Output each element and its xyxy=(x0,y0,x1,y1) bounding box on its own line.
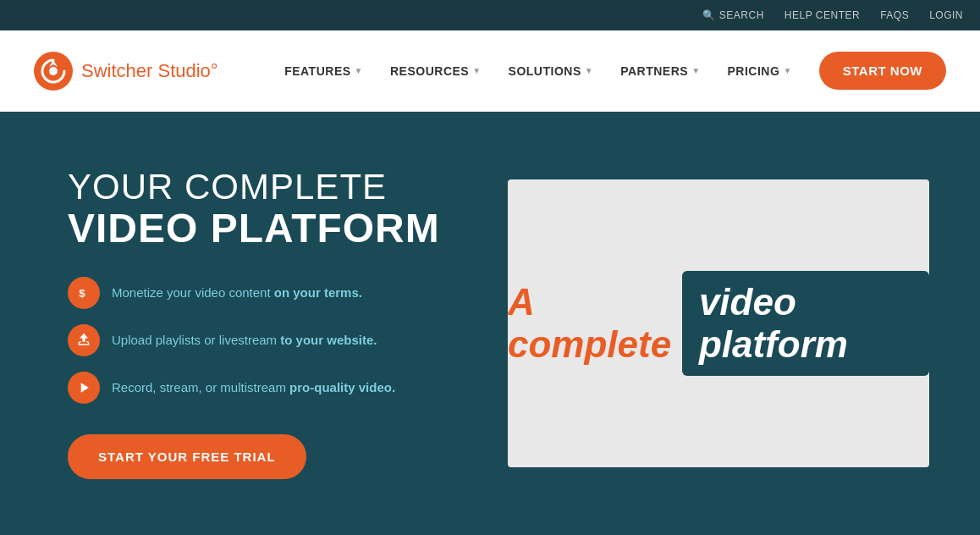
utility-bar: 🔍 SEARCH HELP CENTER FAQS LOGIN xyxy=(0,0,980,30)
feature-text-upload: Upload playlists or livestream to your w… xyxy=(112,331,377,349)
faqs-link[interactable]: FAQS xyxy=(880,9,909,21)
hero-title-light: YOUR COMPLETE xyxy=(68,168,457,207)
svg-point-1 xyxy=(49,67,58,75)
feature-item-upload: Upload playlists or livestream to your w… xyxy=(68,324,457,356)
nav-item-solutions[interactable]: SOLUTIONS▼ xyxy=(498,58,604,85)
search-icon: 🔍 xyxy=(702,9,716,21)
nav-item-partners[interactable]: PARTNERS▼ xyxy=(610,58,710,85)
hero-left: YOUR COMPLETE VIDEO PLATFORM $ Monetize … xyxy=(68,168,457,479)
feature-text-record: Record, stream, or multistream pro-quali… xyxy=(112,378,395,396)
dollar-icon: $ xyxy=(68,277,100,309)
logo-area[interactable]: Switcher Studio° xyxy=(34,52,218,91)
video-placeholder: A complete video platform xyxy=(508,179,929,467)
share-icon xyxy=(68,324,100,356)
search-link[interactable]: 🔍 SEARCH xyxy=(702,9,764,21)
hero-video-area: A complete video platform xyxy=(508,179,929,467)
video-text-dark: video platform xyxy=(682,271,929,376)
video-text: A complete video platform xyxy=(508,271,929,376)
help-center-link[interactable]: HELP CENTER xyxy=(785,9,860,21)
main-nav: Switcher Studio° FEATURES▼ RESOURCES▼ SO… xyxy=(0,30,980,112)
play-icon xyxy=(68,372,100,404)
svg-marker-4 xyxy=(81,383,89,393)
start-now-button[interactable]: START NOW xyxy=(819,52,946,90)
feature-text-monetize: Monetize your video content on your term… xyxy=(112,284,362,301)
logo-icon xyxy=(34,52,73,91)
logo-text: Switcher Studio° xyxy=(81,60,218,82)
hero-title-bold: VIDEO PLATFORM xyxy=(68,207,457,251)
video-text-orange: A complete xyxy=(508,281,674,366)
nav-item-pricing[interactable]: PRICING▼ xyxy=(718,58,802,85)
login-link[interactable]: LOGIN xyxy=(929,9,963,21)
free-trial-button[interactable]: START YOUR FREE TRIAL xyxy=(68,434,306,479)
nav-item-resources[interactable]: RESOURCES▼ xyxy=(380,58,492,85)
feature-list: $ Monetize your video content on your te… xyxy=(68,277,457,404)
nav-links: FEATURES▼ RESOURCES▼ SOLUTIONS▼ PARTNERS… xyxy=(274,58,802,85)
feature-item-record: Record, stream, or multistream pro-quali… xyxy=(68,372,457,404)
hero-section: YOUR COMPLETE VIDEO PLATFORM $ Monetize … xyxy=(0,112,980,535)
feature-item-monetize: $ Monetize your video content on your te… xyxy=(68,277,457,309)
nav-item-features[interactable]: FEATURES▼ xyxy=(274,58,373,85)
svg-text:$: $ xyxy=(79,287,85,300)
svg-rect-3 xyxy=(78,344,89,345)
search-label: SEARCH xyxy=(719,9,764,21)
